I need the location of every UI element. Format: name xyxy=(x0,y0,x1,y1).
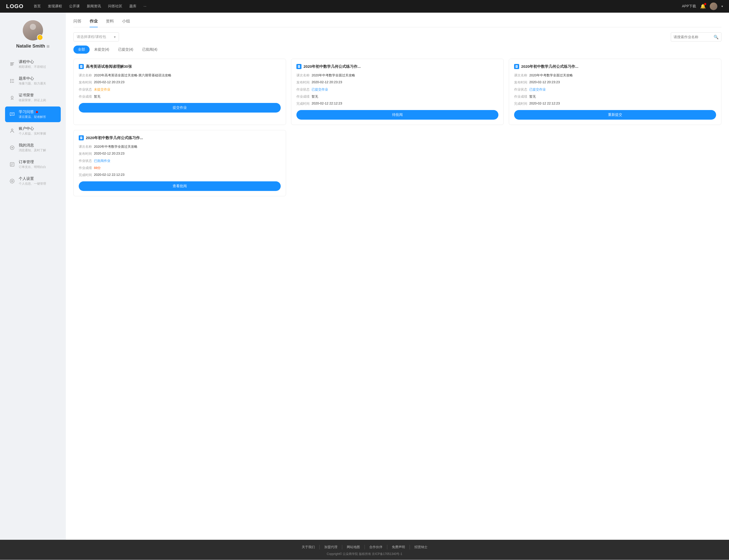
question-bank-title: 题库中心 xyxy=(19,76,46,81)
nav-question-bank[interactable]: 题库 xyxy=(129,4,136,9)
qa-sub: 课后重温、疑难解答 xyxy=(19,115,46,119)
account-text: 账户中心 个人权益、实时掌握 xyxy=(19,126,46,136)
assignment-card-2: 2020年初中数学几何公式练习作... 课次名称 2020年中考数学全面过关攻略… xyxy=(291,59,504,125)
course-select[interactable]: 请选择课程/课程包 ▾ xyxy=(73,32,119,41)
user-menu-chevron[interactable]: ▾ xyxy=(721,5,723,8)
status-tab-reviewed[interactable]: 已批阅(4) xyxy=(138,46,162,54)
content-tabs: 问答 作业 资料 小组 xyxy=(73,19,721,27)
course-title: 课程中心 xyxy=(19,59,46,64)
nav-home[interactable]: 首页 xyxy=(34,4,41,9)
order-text: 订单管理 订单支出、明明白白 xyxy=(19,160,46,169)
footer-disclaimer[interactable]: 免费声明 xyxy=(387,545,410,549)
assignment-title-3: 2020年初中数学几何公式练习作... xyxy=(514,64,716,69)
footer-sitemap[interactable]: 网站地图 xyxy=(342,545,365,549)
status-tab-submitted[interactable]: 已提交(4) xyxy=(114,46,138,54)
settings-icon xyxy=(9,178,15,184)
sidebar-item-settings[interactable]: 个人设置 个人信息、一键管理 xyxy=(5,173,61,189)
certificate-text: 证书荣誉 收获荣誉、持证上岗 xyxy=(19,93,46,102)
assignment-field-course-3: 课次名称 2020年中考数学全面过关攻略 xyxy=(514,73,716,78)
assignment-field-score-1: 作业成绩 暂无 xyxy=(79,94,281,99)
assignment-field-course-1: 课次名称 2020年高考英语全面过关攻略-第六期零基础语法攻略 xyxy=(79,73,281,78)
user-name-row: Natalie Smith ⊞ xyxy=(16,44,50,49)
qr-icon[interactable]: ⊞ xyxy=(47,44,50,48)
svg-rect-8 xyxy=(10,82,11,83)
search-input[interactable] xyxy=(674,35,714,39)
filter-left: 请选择课程/课程包 ▾ xyxy=(73,32,119,41)
nav-open-course[interactable]: 公开课 xyxy=(69,4,80,9)
course-select-placeholder: 请选择课程/课程包 xyxy=(77,35,106,39)
status-tab-unsubmitted[interactable]: 未提交(4) xyxy=(90,46,114,54)
svg-rect-6 xyxy=(10,80,11,81)
account-icon xyxy=(9,128,15,134)
assignment-title-4: 2020年初中数学几何公式练习作... xyxy=(79,135,281,140)
footer-franchise[interactable]: 加盟代理 xyxy=(320,545,342,549)
footer-partners[interactable]: 合作伙伴 xyxy=(365,545,387,549)
svg-rect-4 xyxy=(10,79,11,80)
question-bank-icon xyxy=(9,78,15,84)
settings-text: 个人设置 个人信息、一键管理 xyxy=(19,176,46,186)
svg-point-12 xyxy=(12,114,13,114)
svg-rect-2 xyxy=(10,64,14,65)
sidebar-item-question-bank[interactable]: 题库中心 海量习题、助力通关 xyxy=(5,73,61,89)
sidebar-item-certificate[interactable]: 证书荣誉 收获荣誉、持证上岗 xyxy=(5,90,61,105)
footer-links: 关于我们 加盟代理 网站地图 合作伙伴 免费声明 招贤纳士 xyxy=(0,545,729,549)
tab-qa[interactable]: 问答 xyxy=(73,19,81,27)
pending-review-btn-2[interactable]: 待批阅 xyxy=(296,110,499,120)
assignment-field-complete-2: 完成时间 2020-02-12 22:12:23 xyxy=(296,101,499,106)
main-container: ⚡ Natalie Smith ⊞ 课程中心 精彩课程、不容错过 xyxy=(0,13,729,540)
footer-careers[interactable]: 招贤纳士 xyxy=(410,545,432,549)
avatar[interactable] xyxy=(710,3,717,10)
assignment-field-time-1: 发布时间 2020-02-12 20:23:23 xyxy=(79,80,281,85)
svg-rect-18 xyxy=(11,164,13,165)
tab-material[interactable]: 资料 xyxy=(106,19,114,27)
nav-more[interactable]: ··· xyxy=(143,4,146,9)
nav-courses[interactable]: 发现课程 xyxy=(48,4,62,9)
svg-rect-5 xyxy=(12,79,14,80)
sidebar-item-course[interactable]: 课程中心 精彩课程、不容错过 xyxy=(5,56,61,72)
sidebar-item-qa[interactable]: 学习问答 课后重温、疑难解答 xyxy=(5,106,61,122)
resubmit-btn-3[interactable]: 重新提交 xyxy=(514,110,716,120)
assignment-field-status-3: 作业状态 已提交作业 xyxy=(514,87,716,92)
user-badge: ⚡ xyxy=(37,34,43,40)
status-tab-all[interactable]: 全部 xyxy=(73,46,90,54)
nav-qa[interactable]: 问答社区 xyxy=(108,4,122,9)
settings-sub: 个人信息、一键管理 xyxy=(19,182,46,186)
assignment-card-3: 2020年初中数学几何公式练习作... 课次名称 2020年中考数学全面过关攻略… xyxy=(509,59,721,125)
notification-bell[interactable]: 🔔 xyxy=(700,4,706,9)
message-title: 我的消息 xyxy=(19,143,46,148)
svg-rect-0 xyxy=(10,62,14,63)
footer-copyright: Copyright© 云朵商学院 版权所有 京ICP备17051340号-1 xyxy=(0,552,729,556)
app-download-link[interactable]: APP下载 xyxy=(682,4,696,9)
sidebar-menu: 课程中心 精彩课程、不容错过 题库中心 海量习题、助力通关 证书荣誉 xyxy=(5,56,61,189)
submit-btn-1[interactable]: 提交作业 xyxy=(79,103,281,113)
notification-dot xyxy=(704,3,706,5)
avatar-wrap: ⚡ xyxy=(23,20,43,40)
chevron-down-icon: ▾ xyxy=(114,35,116,39)
order-title: 订单管理 xyxy=(19,160,46,164)
footer: 关于我们 加盟代理 网站地图 合作伙伴 免费声明 招贤纳士 Copyright©… xyxy=(0,540,729,560)
question-bank-sub: 海量习题、助力通关 xyxy=(19,81,46,86)
tab-assignment[interactable]: 作业 xyxy=(90,19,98,27)
assignment-field-time-2: 发布时间 2020-02-12 20:23:23 xyxy=(296,80,499,85)
assignment-field-score-4: 作业成绩 88分 xyxy=(79,166,281,170)
question-bank-text: 题库中心 海量习题、助力通关 xyxy=(19,76,46,86)
account-title: 账户中心 xyxy=(19,126,46,131)
sidebar-item-message[interactable]: 我的消息 消息通知、及时了解 xyxy=(5,140,61,156)
footer-about[interactable]: 关于我们 xyxy=(297,545,320,549)
svg-point-13 xyxy=(13,114,13,114)
svg-point-15 xyxy=(12,147,13,148)
badge-icon: ⚡ xyxy=(38,36,42,39)
assignment-field-score-3: 作业成绩 暂无 xyxy=(514,94,716,99)
logo: LOGO xyxy=(6,3,24,10)
tab-group[interactable]: 小组 xyxy=(122,19,130,27)
svg-rect-7 xyxy=(12,81,14,81)
nav-news[interactable]: 新闻资讯 xyxy=(87,4,101,9)
sidebar-item-account[interactable]: 账户中心 个人权益、实时掌握 xyxy=(5,123,61,139)
assignment-field-time-3: 发布时间 2020-02-12 20:23:23 xyxy=(514,80,716,85)
order-sub: 订单支出、明明白白 xyxy=(19,165,46,169)
course-sub: 精彩课程、不容错过 xyxy=(19,65,46,69)
assignment-icon-4 xyxy=(79,135,84,140)
sidebar-item-order[interactable]: 订单管理 订单支出、明明白白 xyxy=(5,157,61,172)
message-icon xyxy=(9,145,15,151)
view-review-btn-4[interactable]: 查看批阅 xyxy=(79,181,281,191)
